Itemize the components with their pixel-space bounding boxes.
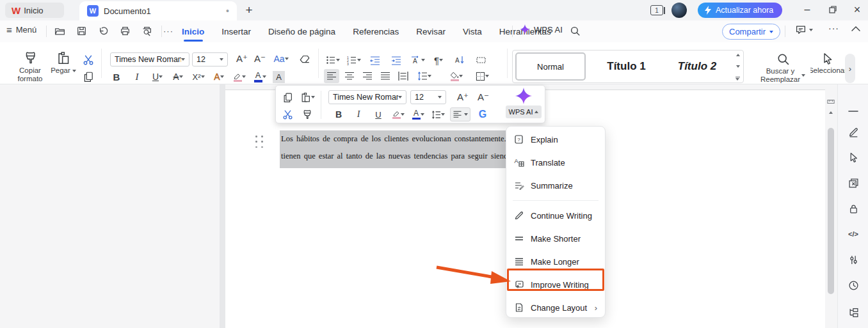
ai-menu-item-make-longer[interactable]: Make Longer: [506, 250, 605, 273]
new-tab-button[interactable]: +: [241, 2, 257, 19]
cut-button[interactable]: [81, 52, 96, 68]
strikethrough-button[interactable]: A: [170, 69, 186, 84]
mini-line-spacing-button[interactable]: [430, 107, 446, 122]
bold-button[interactable]: B: [109, 69, 124, 84]
mini-italic-button[interactable]: I: [351, 107, 366, 122]
align-right-button[interactable]: [360, 69, 375, 83]
char-shading-button[interactable]: A: [273, 71, 285, 83]
code-icon[interactable]: </>: [847, 228, 860, 240]
user-avatar[interactable]: [671, 3, 687, 18]
ribbon-expand-button[interactable]: ›: [845, 54, 855, 83]
close-button[interactable]: ×: [846, 0, 868, 19]
underline-button[interactable]: U: [150, 69, 165, 84]
text-direction-button[interactable]: A: [410, 52, 425, 68]
font-name-select[interactable]: Times New Roman: [110, 52, 189, 66]
highlight-color-button[interactable]: [232, 69, 247, 84]
minimize-button[interactable]: –: [796, 0, 818, 19]
tab-insertar[interactable]: Insertar: [221, 27, 251, 36]
ai-menu-item-change-layout[interactable]: Change Layout ›: [506, 296, 605, 319]
mini-font-name-select[interactable]: Times New Roman: [328, 90, 406, 104]
tab-referencias[interactable]: Referencias: [353, 27, 399, 36]
style-titulo-1[interactable]: Título 1: [593, 52, 660, 81]
home-tab[interactable]: W Inicio: [5, 3, 64, 18]
align-center-button[interactable]: [342, 69, 357, 83]
mini-google-button[interactable]: G: [475, 107, 490, 122]
more-quick-actions-button[interactable]: ···: [161, 24, 175, 38]
mini-paste-button[interactable]: [298, 90, 317, 105]
undo-button[interactable]: [96, 24, 110, 38]
update-now-button[interactable]: Actualizar ahora: [698, 3, 782, 18]
vertical-scrollbar[interactable]: [826, 84, 835, 328]
share-button[interactable]: Compartir: [722, 24, 780, 40]
copy-format-button[interactable]: Copiar formato: [12, 51, 49, 83]
print-preview-button[interactable]: [140, 24, 154, 38]
mini-font-color-button[interactable]: A: [410, 107, 426, 122]
ai-menu-item-explain[interactable]: ? Explain: [506, 128, 605, 151]
gallery-scroll-up-button[interactable]: [736, 54, 740, 56]
ai-menu-item-improve-writing[interactable]: Improve Writing: [506, 273, 605, 296]
increase-indent-button[interactable]: [389, 52, 404, 68]
increase-font-button[interactable]: A⁺: [234, 51, 250, 66]
mini-highlight-button[interactable]: [390, 107, 406, 122]
gallery-more-button[interactable]: [735, 77, 740, 81]
find-replace-button[interactable]: Buscar y Reemplazar: [759, 52, 807, 84]
align-left-button[interactable]: [324, 69, 339, 83]
paragraph-mark-button[interactable]: ¶: [431, 52, 446, 68]
shading-button[interactable]: [445, 69, 468, 83]
clear-format-button[interactable]: [297, 51, 312, 66]
mini-cut-button[interactable]: [280, 107, 295, 122]
settings-sliders-icon[interactable]: [847, 253, 860, 266]
tab-inicio[interactable]: Inicio: [182, 27, 204, 36]
comments-button[interactable]: [795, 24, 813, 35]
tab-diseno-de-pagina[interactable]: Diseño de página: [268, 27, 335, 36]
style-titulo-2[interactable]: Título 2: [665, 52, 729, 81]
save-button[interactable]: [74, 24, 88, 38]
copy-button[interactable]: [81, 69, 96, 84]
tab-vista[interactable]: Vista: [463, 27, 482, 36]
change-case-button[interactable]: Aa: [270, 51, 292, 66]
style-normal[interactable]: Normal: [515, 52, 586, 81]
mini-copy-button[interactable]: [280, 90, 295, 105]
mini-alignment-button[interactable]: [450, 107, 470, 121]
mini-format-painter-button[interactable]: [299, 107, 314, 122]
ai-menu-item-make-shorter[interactable]: Make Shorter: [506, 227, 605, 250]
scrollbar-thumb[interactable]: [828, 128, 834, 294]
mini-decrease-font-button[interactable]: A⁻: [476, 90, 491, 105]
paragraph-drag-handle[interactable]: [255, 136, 265, 150]
ai-menu-item-translate[interactable]: A Translate: [506, 151, 605, 174]
mini-wps-ai-button[interactable]: WPS AI: [505, 88, 542, 122]
search-button[interactable]: [570, 26, 581, 36]
collapse-handle-icon[interactable]: [847, 105, 860, 118]
outline-tree-icon[interactable]: [847, 306, 860, 318]
mini-underline-button[interactable]: U: [371, 107, 386, 122]
mini-increase-font-button[interactable]: A⁺: [455, 90, 470, 105]
numbering-button[interactable]: 123: [346, 52, 362, 68]
ruler-toggle-button[interactable]: [827, 98, 835, 105]
mini-bold-button[interactable]: B: [331, 107, 346, 122]
superscript-button[interactable]: X²: [191, 69, 206, 84]
text-boundaries-button[interactable]: [473, 52, 488, 68]
select-button[interactable]: Seleccionar: [810, 52, 845, 75]
collapse-ribbon-button[interactable]: [851, 26, 860, 31]
lock-icon[interactable]: [847, 202, 860, 215]
edit-pen-icon[interactable]: [847, 125, 860, 138]
font-color-button[interactable]: A: [252, 69, 268, 84]
restore-button[interactable]: [822, 0, 844, 19]
sort-button[interactable]: A: [452, 52, 467, 68]
text-effects-button[interactable]: A: [211, 69, 227, 84]
more-options-button[interactable]: ···: [828, 23, 839, 33]
select-cursor-icon[interactable]: [847, 151, 860, 164]
decrease-font-button[interactable]: A⁻: [252, 51, 268, 66]
borders-button[interactable]: [470, 69, 494, 83]
wps-ai-menu-button[interactable]: WPS AI: [520, 24, 563, 35]
decrease-indent-button[interactable]: [367, 52, 383, 68]
paste-button[interactable]: Pegar: [49, 51, 78, 75]
distribute-button[interactable]: [396, 69, 411, 83]
font-size-select[interactable]: 12: [192, 52, 228, 66]
gallery-scroll-down-button[interactable]: [736, 65, 740, 68]
clear-pages-icon[interactable]: [847, 176, 860, 189]
scroll-up-button[interactable]: [829, 111, 833, 114]
ai-menu-item-continue-writing[interactable]: Continue Writing: [506, 204, 605, 227]
history-clock-icon[interactable]: [847, 279, 860, 292]
main-menu-button[interactable]: ≡ Menú: [6, 24, 36, 35]
